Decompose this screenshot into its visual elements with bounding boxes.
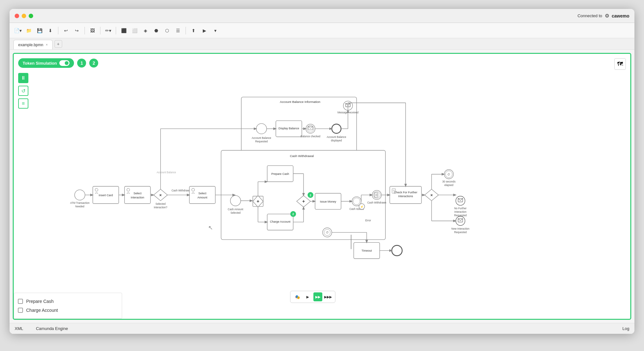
acct-balance-requested-label: Account Balance bbox=[252, 137, 271, 140]
redo-btn[interactable]: ↪ bbox=[72, 26, 81, 35]
save-btn[interactable]: 💾 bbox=[35, 26, 44, 35]
left-controls: ⏸ ↺ ≡ bbox=[18, 73, 28, 109]
connection-status: Connected to ⚙ cawemo bbox=[577, 13, 629, 19]
balance-checked-label: Balance checked bbox=[301, 135, 320, 138]
close-button[interactable] bbox=[15, 14, 19, 18]
engine-tab[interactable]: Camunda Engine bbox=[36, 326, 68, 331]
traffic-lights bbox=[15, 14, 33, 18]
canvas-container[interactable]: Token Simulation 1 2 ⏸ ↺ ≡ 🗺 Account Bal… bbox=[13, 53, 631, 320]
seconds-elapsed-label: 30 seconds bbox=[442, 180, 456, 183]
connection-text: Connected to bbox=[577, 13, 602, 18]
token-sim-badge[interactable]: Token Simulation bbox=[18, 58, 74, 68]
maximize-button[interactable] bbox=[29, 14, 33, 18]
tab-filename: example.bpmn bbox=[18, 43, 43, 47]
cash-withdrawal-subprocess-label: Cash Withdrawal bbox=[290, 154, 314, 158]
svg-point-3 bbox=[256, 124, 267, 134]
align-center-btn[interactable]: ⬜ bbox=[130, 26, 139, 35]
prepare-cash-item-label: Prepare Cash bbox=[26, 299, 54, 304]
open-btn[interactable]: 📁 bbox=[24, 26, 33, 35]
prepare-cash-label: Prepare Cash bbox=[271, 172, 289, 176]
account-balance-info-label: Account Balance Information bbox=[280, 100, 320, 104]
svg-text:⏱: ⏱ bbox=[447, 173, 450, 176]
fast-forward-icon: ▶▶▶ bbox=[324, 295, 332, 299]
run-btn[interactable]: ▶ bbox=[200, 26, 209, 35]
reset-btn[interactable]: ↺ bbox=[18, 86, 28, 96]
minimize-button[interactable] bbox=[22, 14, 26, 18]
save-as-btn[interactable]: ⬇ bbox=[46, 26, 55, 35]
svg-point-15 bbox=[230, 196, 241, 206]
check-further-label: Check For Further bbox=[394, 191, 417, 194]
new-interaction-label: New Interaction bbox=[451, 227, 469, 230]
atm-transaction-label2: Needed bbox=[75, 205, 84, 208]
align-right-btn[interactable]: ◈ bbox=[141, 26, 150, 35]
select-amount-label: Select bbox=[198, 192, 207, 195]
play-btn[interactable]: ▶▶ bbox=[313, 292, 322, 301]
new-file-btn[interactable]: 📄▾ bbox=[13, 26, 22, 35]
title-bar: Connected to ⚙ cawemo bbox=[10, 9, 634, 23]
token-btn[interactable]: 🎭 bbox=[293, 292, 302, 301]
divider3 bbox=[100, 27, 100, 34]
svg-text:2: 2 bbox=[310, 194, 311, 197]
image-btn[interactable]: 🖼 bbox=[88, 26, 97, 35]
acct-balance-displayed-label: Account Balance bbox=[327, 136, 346, 139]
error-label: Error bbox=[365, 219, 371, 222]
sim-num-1[interactable]: 1 bbox=[77, 59, 86, 68]
bottom-panel: Prepare Cash Charge Account bbox=[14, 293, 122, 319]
step-btn[interactable]: ▶ bbox=[303, 292, 312, 301]
cash-amount-selected-label: Cash Amount bbox=[228, 208, 244, 211]
pause-btn[interactable]: ⏸ bbox=[18, 73, 28, 83]
service-name: cawemo bbox=[612, 13, 629, 18]
svg-point-52 bbox=[75, 190, 85, 200]
list-btn[interactable]: ☰ bbox=[173, 26, 182, 35]
run-dropdown-btn[interactable]: ▾ bbox=[211, 26, 220, 35]
status-bar: XML Camunda Engine Log bbox=[10, 323, 634, 334]
divider5 bbox=[186, 27, 186, 34]
toolbar: 📄▾ 📁 💾 ⬇ ↩ ↪ 🖼 ✏▾ ⬛ ⬜ ◈ ⬣ ⬡ ☰ ⬆ ▶ ▾ bbox=[10, 23, 634, 38]
insert-card-label: Insert Card bbox=[99, 194, 113, 197]
xml-tab[interactable]: XML bbox=[15, 326, 23, 331]
align-left-btn[interactable]: ⬛ bbox=[119, 26, 128, 35]
tool-btn[interactable]: ✏▾ bbox=[104, 26, 113, 35]
svg-rect-43 bbox=[351, 235, 351, 249]
tab-example-bpmn[interactable]: example.bpmn × bbox=[13, 40, 53, 49]
selected-interaction-q-label2: Interaction? bbox=[154, 206, 167, 209]
cash-withdrawal-arrow-label: Cash Withdrawal bbox=[172, 189, 191, 192]
tab-bar: example.bpmn × + bbox=[10, 38, 634, 50]
bpmn-diagram: Account Balance Information Message rece… bbox=[14, 54, 630, 319]
tab-close-btn[interactable]: × bbox=[46, 43, 48, 47]
select-amount-label2: Amount bbox=[197, 196, 208, 199]
log-tab[interactable]: Log bbox=[622, 326, 629, 331]
charge-account-checkbox[interactable] bbox=[18, 308, 23, 313]
deploy-btn[interactable]: ⬆ bbox=[189, 26, 198, 35]
svg-text:×: × bbox=[159, 193, 162, 197]
space-btn[interactable]: ⬡ bbox=[163, 26, 172, 35]
prepare-cash-checkbox[interactable] bbox=[18, 299, 23, 304]
token-sim-label: Token Simulation bbox=[23, 61, 57, 66]
divider4 bbox=[116, 27, 116, 34]
undo-btn[interactable]: ↩ bbox=[62, 26, 70, 35]
no-further-label2: Interaction bbox=[454, 211, 466, 213]
divider1 bbox=[58, 27, 58, 34]
fast-forward-btn[interactable]: ▶▶▶ bbox=[324, 292, 333, 301]
no-further-label: No Further bbox=[454, 207, 467, 210]
cash-amount-selected-label2: Selected bbox=[231, 211, 241, 214]
charge-account-item[interactable]: Charge Account bbox=[18, 306, 118, 315]
atm-transaction-label: ATM Transaction bbox=[70, 202, 90, 204]
distribute-btn[interactable]: ⬣ bbox=[152, 26, 161, 35]
add-tab-btn[interactable]: + bbox=[55, 40, 62, 48]
sim-toggle[interactable] bbox=[59, 60, 70, 66]
svg-point-29 bbox=[353, 198, 360, 205]
select-interaction-label2: Interaction bbox=[131, 196, 144, 199]
timeout-label: Timeout bbox=[362, 249, 372, 252]
display-balance-label: Display Balance bbox=[279, 127, 299, 130]
log-btn[interactable]: ≡ bbox=[18, 98, 28, 109]
charge-account-item-label: Charge Account bbox=[26, 308, 58, 313]
step-icon: ▶ bbox=[306, 295, 309, 299]
svg-rect-14 bbox=[221, 150, 385, 240]
divider2 bbox=[84, 27, 85, 34]
prepare-cash-item[interactable]: Prepare Cash bbox=[18, 297, 118, 306]
account-balance-branch-label: Account Balance bbox=[157, 171, 176, 174]
cash-withdrawn-label: Cash Withdrawn bbox=[367, 201, 386, 204]
main-window: Connected to ⚙ cawemo 📄▾ 📁 💾 ⬇ ↩ ↪ 🖼 ✏▾ … bbox=[10, 9, 634, 334]
sim-num-2[interactable]: 2 bbox=[89, 59, 98, 68]
